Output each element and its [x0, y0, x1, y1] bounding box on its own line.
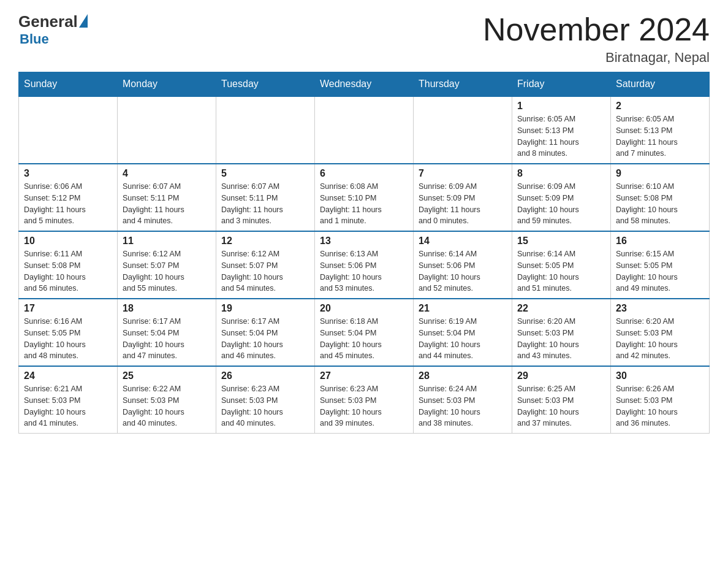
day-number: 10	[24, 236, 112, 247]
table-row: 6Sunrise: 6:08 AM Sunset: 5:10 PM Daylig…	[315, 164, 414, 231]
day-info: Sunrise: 6:07 AM Sunset: 5:11 PM Dayligh…	[221, 181, 309, 227]
day-number: 28	[419, 370, 507, 381]
day-info: Sunrise: 6:05 AM Sunset: 5:13 PM Dayligh…	[517, 113, 605, 159]
day-number: 15	[517, 236, 605, 247]
day-info: Sunrise: 6:06 AM Sunset: 5:12 PM Dayligh…	[24, 181, 112, 227]
table-row: 17Sunrise: 6:16 AM Sunset: 5:05 PM Dayli…	[19, 299, 118, 366]
location-title: Biratnagar, Nepal	[483, 50, 710, 66]
calendar-week-row: 24Sunrise: 6:21 AM Sunset: 5:03 PM Dayli…	[19, 366, 710, 434]
header-friday: Friday	[512, 72, 611, 97]
calendar-table: Sunday Monday Tuesday Wednesday Thursday…	[18, 72, 710, 434]
day-info: Sunrise: 6:12 AM Sunset: 5:07 PM Dayligh…	[221, 248, 309, 294]
table-row	[118, 96, 216, 164]
day-number: 12	[221, 236, 309, 247]
day-number: 2	[616, 101, 704, 112]
day-number: 1	[517, 101, 605, 112]
day-info: Sunrise: 6:23 AM Sunset: 5:03 PM Dayligh…	[221, 383, 309, 429]
table-row: 3Sunrise: 6:06 AM Sunset: 5:12 PM Daylig…	[19, 164, 118, 231]
day-info: Sunrise: 6:16 AM Sunset: 5:05 PM Dayligh…	[24, 316, 112, 362]
day-number: 17	[24, 303, 112, 314]
calendar-week-row: 3Sunrise: 6:06 AM Sunset: 5:12 PM Daylig…	[19, 164, 710, 231]
table-row: 22Sunrise: 6:20 AM Sunset: 5:03 PM Dayli…	[512, 299, 611, 366]
day-number: 13	[320, 236, 408, 247]
day-info: Sunrise: 6:19 AM Sunset: 5:04 PM Dayligh…	[419, 316, 507, 362]
day-number: 3	[24, 168, 112, 179]
table-row: 29Sunrise: 6:25 AM Sunset: 5:03 PM Dayli…	[512, 366, 611, 434]
day-number: 20	[320, 303, 408, 314]
day-number: 7	[419, 168, 507, 179]
table-row: 5Sunrise: 6:07 AM Sunset: 5:11 PM Daylig…	[216, 164, 315, 231]
table-row: 24Sunrise: 6:21 AM Sunset: 5:03 PM Dayli…	[19, 366, 118, 434]
day-number: 8	[517, 168, 605, 179]
day-number: 14	[419, 236, 507, 247]
table-row: 9Sunrise: 6:10 AM Sunset: 5:08 PM Daylig…	[611, 164, 710, 231]
header-tuesday: Tuesday	[216, 72, 315, 97]
table-row	[414, 96, 512, 164]
day-number: 16	[616, 236, 704, 247]
day-number: 27	[320, 370, 408, 381]
day-info: Sunrise: 6:21 AM Sunset: 5:03 PM Dayligh…	[24, 383, 112, 429]
table-row: 19Sunrise: 6:17 AM Sunset: 5:04 PM Dayli…	[216, 299, 315, 366]
table-row: 1Sunrise: 6:05 AM Sunset: 5:13 PM Daylig…	[512, 96, 611, 164]
day-info: Sunrise: 6:20 AM Sunset: 5:03 PM Dayligh…	[616, 316, 704, 362]
day-number: 5	[221, 168, 309, 179]
logo: General Blue	[18, 12, 88, 47]
table-row: 25Sunrise: 6:22 AM Sunset: 5:03 PM Dayli…	[118, 366, 216, 434]
table-row: 4Sunrise: 6:07 AM Sunset: 5:11 PM Daylig…	[118, 164, 216, 231]
day-number: 19	[221, 303, 309, 314]
day-info: Sunrise: 6:25 AM Sunset: 5:03 PM Dayligh…	[517, 383, 605, 429]
day-info: Sunrise: 6:17 AM Sunset: 5:04 PM Dayligh…	[221, 316, 309, 362]
logo-general-text: General	[18, 12, 78, 31]
table-row: 12Sunrise: 6:12 AM Sunset: 5:07 PM Dayli…	[216, 231, 315, 299]
day-number: 9	[616, 168, 704, 179]
day-number: 26	[221, 370, 309, 381]
table-row: 28Sunrise: 6:24 AM Sunset: 5:03 PM Dayli…	[414, 366, 512, 434]
day-number: 6	[320, 168, 408, 179]
table-row: 26Sunrise: 6:23 AM Sunset: 5:03 PM Dayli…	[216, 366, 315, 434]
day-info: Sunrise: 6:10 AM Sunset: 5:08 PM Dayligh…	[616, 181, 704, 227]
table-row: 13Sunrise: 6:13 AM Sunset: 5:06 PM Dayli…	[315, 231, 414, 299]
day-info: Sunrise: 6:24 AM Sunset: 5:03 PM Dayligh…	[419, 383, 507, 429]
table-row: 23Sunrise: 6:20 AM Sunset: 5:03 PM Dayli…	[611, 299, 710, 366]
day-info: Sunrise: 6:23 AM Sunset: 5:03 PM Dayligh…	[320, 383, 408, 429]
table-row	[216, 96, 315, 164]
day-info: Sunrise: 6:13 AM Sunset: 5:06 PM Dayligh…	[320, 248, 408, 294]
calendar-week-row: 17Sunrise: 6:16 AM Sunset: 5:05 PM Dayli…	[19, 299, 710, 366]
day-info: Sunrise: 6:22 AM Sunset: 5:03 PM Dayligh…	[123, 383, 211, 429]
table-row: 2Sunrise: 6:05 AM Sunset: 5:13 PM Daylig…	[611, 96, 710, 164]
day-info: Sunrise: 6:05 AM Sunset: 5:13 PM Dayligh…	[616, 113, 704, 159]
header-sunday: Sunday	[19, 72, 118, 97]
day-info: Sunrise: 6:20 AM Sunset: 5:03 PM Dayligh…	[517, 316, 605, 362]
day-number: 18	[123, 303, 211, 314]
logo-blue-text: Blue	[20, 31, 49, 47]
day-info: Sunrise: 6:07 AM Sunset: 5:11 PM Dayligh…	[123, 181, 211, 227]
table-row: 15Sunrise: 6:14 AM Sunset: 5:05 PM Dayli…	[512, 231, 611, 299]
header-wednesday: Wednesday	[315, 72, 414, 97]
header-thursday: Thursday	[414, 72, 512, 97]
table-row: 7Sunrise: 6:09 AM Sunset: 5:09 PM Daylig…	[414, 164, 512, 231]
day-number: 4	[123, 168, 211, 179]
day-number: 30	[616, 370, 704, 381]
table-row	[315, 96, 414, 164]
table-row: 14Sunrise: 6:14 AM Sunset: 5:06 PM Dayli…	[414, 231, 512, 299]
header-monday: Monday	[118, 72, 216, 97]
day-info: Sunrise: 6:14 AM Sunset: 5:06 PM Dayligh…	[419, 248, 507, 294]
calendar-header-row: Sunday Monday Tuesday Wednesday Thursday…	[19, 72, 710, 97]
day-info: Sunrise: 6:09 AM Sunset: 5:09 PM Dayligh…	[517, 181, 605, 227]
day-number: 21	[419, 303, 507, 314]
day-number: 29	[517, 370, 605, 381]
day-info: Sunrise: 6:14 AM Sunset: 5:05 PM Dayligh…	[517, 248, 605, 294]
day-number: 22	[517, 303, 605, 314]
day-info: Sunrise: 6:08 AM Sunset: 5:10 PM Dayligh…	[320, 181, 408, 227]
table-row: 16Sunrise: 6:15 AM Sunset: 5:05 PM Dayli…	[611, 231, 710, 299]
calendar-week-row: 1Sunrise: 6:05 AM Sunset: 5:13 PM Daylig…	[19, 96, 710, 164]
day-info: Sunrise: 6:11 AM Sunset: 5:08 PM Dayligh…	[24, 248, 112, 294]
logo-triangle-icon	[79, 14, 88, 28]
day-info: Sunrise: 6:26 AM Sunset: 5:03 PM Dayligh…	[616, 383, 704, 429]
day-number: 24	[24, 370, 112, 381]
page-header: General Blue November 2024 Biratnagar, N…	[18, 12, 710, 66]
table-row: 8Sunrise: 6:09 AM Sunset: 5:09 PM Daylig…	[512, 164, 611, 231]
table-row: 11Sunrise: 6:12 AM Sunset: 5:07 PM Dayli…	[118, 231, 216, 299]
day-info: Sunrise: 6:12 AM Sunset: 5:07 PM Dayligh…	[123, 248, 211, 294]
day-info: Sunrise: 6:18 AM Sunset: 5:04 PM Dayligh…	[320, 316, 408, 362]
